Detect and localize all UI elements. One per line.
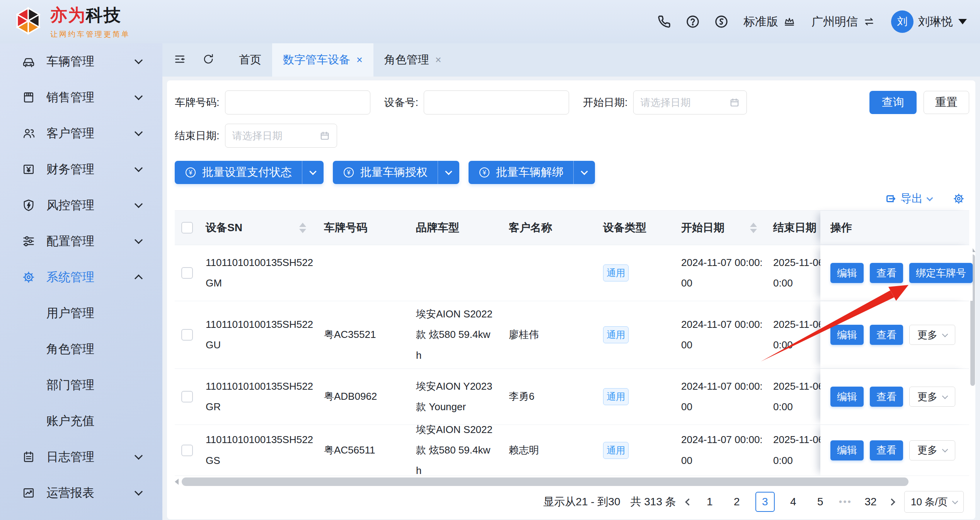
cell-sn: 11011010100135SH522GU: [206, 314, 317, 356]
view-button[interactable]: 查看: [870, 325, 903, 345]
sidebar-item-finance[interactable]: 财务管理: [0, 151, 162, 187]
sidebar-item-sales[interactable]: 销售管理: [0, 79, 162, 115]
page-last[interactable]: 32: [862, 492, 879, 512]
sidebar-item-vehicle[interactable]: 车辆管理: [0, 43, 162, 79]
row-checkbox[interactable]: [181, 267, 193, 279]
edit-button[interactable]: 编辑: [830, 387, 864, 407]
close-tab-icon[interactable]: ×: [356, 54, 363, 66]
chevron-down-icon: [135, 56, 143, 64]
device-input[interactable]: [424, 90, 569, 114]
page-4[interactable]: 4: [785, 492, 802, 512]
page-size-select[interactable]: 10 条/页: [904, 491, 964, 513]
col-end: 结束日期: [773, 220, 816, 235]
cell-plate: 粤AC56511: [324, 440, 375, 460]
row-checkbox[interactable]: [181, 329, 193, 341]
view-button[interactable]: 查看: [870, 387, 903, 407]
collapse-sidebar-icon[interactable]: [173, 53, 186, 67]
sidebar-item-log[interactable]: 日志管理: [0, 439, 162, 475]
log-icon: [22, 450, 36, 464]
col-actions: 操作: [830, 220, 852, 235]
sidebar-subitem-dept-mgmt[interactable]: 部门管理: [0, 367, 162, 403]
batch-authorize-button[interactable]: ¥ 批量车辆授权: [333, 161, 459, 184]
refresh-icon[interactable]: [202, 53, 215, 67]
chevron-up-icon: [135, 274, 143, 283]
sidebar-item-risk[interactable]: 风控管理: [0, 187, 162, 223]
sort-icon[interactable]: [750, 223, 757, 233]
cell-start: 2024-11-07 00:00:00: [681, 252, 765, 294]
edit-button[interactable]: 编辑: [830, 440, 864, 460]
batch-unbind-caret[interactable]: [574, 161, 595, 184]
chevron-down-icon: [135, 199, 143, 208]
users-icon: [22, 126, 36, 140]
pagination-ellipsis: •••: [839, 496, 852, 507]
service-icon[interactable]: [715, 15, 728, 28]
start-date-label: 开始日期:: [583, 95, 628, 109]
plate-input[interactable]: [225, 90, 370, 114]
batch-authorize-caret[interactable]: [438, 161, 459, 184]
batch-pay-status-caret[interactable]: [302, 161, 324, 184]
scroll-left-icon[interactable]: [175, 479, 179, 485]
tab-role-mgmt[interactable]: 角色管理 ×: [373, 43, 452, 77]
store-icon: [22, 90, 36, 104]
cell-customer: 廖桂伟: [509, 324, 539, 345]
horizontal-scrollbar[interactable]: [175, 477, 967, 487]
sort-icon[interactable]: [299, 223, 306, 233]
reset-button[interactable]: 重置: [924, 91, 969, 114]
chevron-down-icon: [942, 447, 948, 453]
row-checkbox[interactable]: [181, 391, 193, 402]
phone-icon[interactable]: [658, 15, 671, 28]
view-button[interactable]: 查看: [870, 440, 903, 460]
column-settings-button[interactable]: [952, 192, 965, 205]
chevron-down-icon: [309, 168, 316, 175]
cell-end: 2025-11-06 00:00:00: [773, 252, 820, 294]
prev-page-icon[interactable]: [685, 498, 692, 505]
page-3-current[interactable]: 3: [755, 492, 775, 512]
table-row: 11011010100135SH522GM 通用 2024-11-07 00:0…: [175, 245, 969, 301]
batch-pay-status-button[interactable]: ¥ 批量设置支付状态: [175, 161, 324, 184]
chevron-down-icon: [135, 451, 143, 459]
chevron-down-icon: [942, 393, 948, 399]
end-date-picker[interactable]: 请选择日期: [225, 124, 337, 148]
next-page-icon[interactable]: [888, 498, 895, 505]
view-button[interactable]: 查看: [870, 263, 903, 283]
search-button[interactable]: 查询: [869, 91, 917, 114]
more-button[interactable]: 更多: [909, 325, 955, 345]
sidebar-item-config[interactable]: 配置管理: [0, 223, 162, 259]
tabbar: 首页 数字管车设备 × 角色管理 ×: [162, 43, 980, 77]
sliders-icon: [22, 234, 36, 248]
tab-home[interactable]: 首页: [228, 43, 272, 77]
help-icon[interactable]: [686, 15, 699, 28]
bind-plate-button[interactable]: 绑定车牌号: [909, 263, 973, 283]
sidebar-item-report[interactable]: 运营报表: [0, 475, 162, 511]
export-button[interactable]: 导出: [884, 191, 932, 206]
start-date-picker[interactable]: 请选择日期: [633, 90, 747, 114]
company-switcher[interactable]: 广州明信: [811, 14, 876, 30]
page-1[interactable]: 1: [701, 492, 718, 512]
page-5[interactable]: 5: [812, 492, 829, 512]
horizontal-scrollbar-thumb[interactable]: [182, 477, 908, 486]
device-type-badge: 通用: [603, 326, 629, 343]
version-badge[interactable]: 标准版: [743, 14, 796, 30]
cell-sn: 11011010100135SH522GS: [206, 430, 317, 471]
sidebar-subitem-recharge[interactable]: 账户充值: [0, 403, 162, 439]
col-plate: 车牌号码: [324, 220, 367, 235]
edit-button[interactable]: 编辑: [830, 263, 864, 283]
select-all-checkbox[interactable]: [181, 222, 193, 234]
cell-brand: 埃安AION S2022款 炫580 59.4kwh: [416, 425, 493, 476]
page-2[interactable]: 2: [728, 492, 745, 512]
more-button[interactable]: 更多: [909, 440, 955, 460]
sidebar-subitem-role-mgmt[interactable]: 角色管理: [0, 331, 162, 367]
batch-unbind-button[interactable]: ¥ 批量车辆解绑: [469, 161, 595, 184]
pagination-range: 显示从21 - 到30: [543, 494, 620, 509]
sidebar-item-system[interactable]: 系统管理: [0, 259, 162, 295]
close-tab-icon[interactable]: ×: [435, 54, 441, 66]
cell-sn: 11011010100135SH522GM: [206, 252, 317, 294]
sidebar-item-customer[interactable]: 客户管理: [0, 115, 162, 151]
edit-button[interactable]: 编辑: [830, 325, 864, 345]
tab-device-mgmt[interactable]: 数字管车设备 ×: [272, 43, 373, 77]
user-menu[interactable]: 刘 刘琳悦: [891, 10, 967, 33]
more-button[interactable]: 更多: [909, 387, 955, 407]
row-checkbox[interactable]: [181, 445, 193, 456]
sidebar-subitem-user-mgmt[interactable]: 用户管理: [0, 295, 162, 331]
svg-text:¥: ¥: [482, 169, 486, 176]
